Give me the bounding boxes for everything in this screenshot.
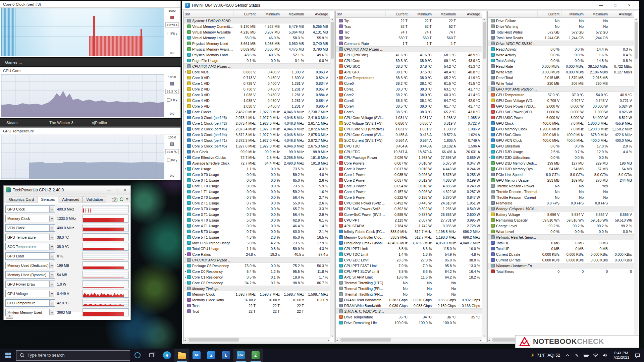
sensor-row[interactable]: CPU Core Current (SVI2 ...0.455 A0.416 A…	[336, 132, 482, 137]
expand-arrow-icon[interactable]: ▸	[184, 156, 187, 159]
dropdown-arrow-icon[interactable]: ▼	[49, 291, 54, 297]
sensor-row[interactable]: PCIe Link Speed8.0 GT/s8.0 GT/s8.0 GT/s8…	[488, 172, 634, 177]
battery-button[interactable]	[582, 349, 591, 362]
gpuz-window[interactable]: TechPowerUp GPU-Z 2.40.0 — □ × Graphics …	[3, 185, 131, 320]
sensor-row[interactable]: Current UP rate0.000 KB/s0.000 KB/s0.000…	[488, 257, 634, 263]
sensor-row[interactable]: Core538.5 °C38.3 °C65.2 °C43.0 °C	[336, 109, 482, 115]
taskbar-app-hwinfo[interactable]: HW	[233, 349, 248, 362]
expand-arrow-icon[interactable]: ▸	[184, 253, 187, 256]
column-header-maximum[interactable]: Maximum	[586, 11, 610, 17]
sensor-row[interactable]: GPU D3D Memory Dynamic54 MB54 MB57 MB54 …	[488, 166, 634, 172]
dropdown-arrow-icon[interactable]: ▼	[49, 244, 54, 250]
sensor-row[interactable]: GPU ASIC Power6.000 W3.000 W34.000 W8.51…	[488, 115, 634, 120]
sensor-row[interactable]: ▸GPU D3D Utilizations0.0 %0.0 %0.0 %	[488, 155, 634, 160]
close-button[interactable]: ×	[622, 3, 636, 8]
taskbar-app-photos[interactable]: ▲	[204, 349, 219, 362]
sensor-row[interactable]: ▾Core Clocks2,482.0 MHz1,927.0 MHz4,046.…	[184, 109, 330, 115]
maximize-button[interactable]: □	[114, 188, 120, 192]
sensor-row[interactable]: GPU Temperature37.0 °C37.0 °C54.0 °C40.9…	[488, 92, 634, 98]
task-view-button[interactable]	[145, 349, 160, 362]
windows-ink-button[interactable]: ✎	[572, 349, 582, 362]
sensor-row[interactable]: Page File Usage0.1 %0.0 %0.1 %0.0 %	[184, 58, 330, 63]
sensor-row[interactable]: Package C6 Residency73.0 %0.0 %75.2 %50.…	[184, 263, 330, 268]
refresh-icon[interactable]	[119, 197, 124, 201]
sensor-row[interactable]: Core 4 VID1.038 V0.450 V1.281 V0.884 V	[184, 98, 330, 103]
sensor-row[interactable]: APU GFX38.1 °C37.5 °C48.4 °C40.8 °C	[336, 69, 482, 75]
start-button[interactable]	[0, 349, 16, 362]
sensor-row[interactable]: Write Total230 MB206 MB230 MB	[488, 80, 634, 86]
sensor-row[interactable]: Core 1 T0 Usage0.0 %0.0 %73.5 %5.9 %	[184, 183, 330, 189]
sensor-row[interactable]: ▾Core Temperatures38.3 °C38.0 °C65.2 °C4…	[336, 75, 482, 80]
sensor-column-header[interactable]	[488, 11, 537, 17]
sensor-row[interactable]: Core 5 Clock (perf #5)1,927.0 MHz1,927.0…	[184, 143, 330, 149]
sensor-row[interactable]: GPU Core Voltage (VDDCR...0.709 V0.707 V…	[488, 98, 634, 103]
gpuz-sensor-select[interactable]: GPU Temperature▼	[5, 234, 55, 241]
sensor-row[interactable]: Remaining Capacity59.510 Wh59.510 Wh59.5…	[488, 217, 634, 223]
sensor-row[interactable]: Core138.3 °C38.3 °C63.1 °C41.7 °C	[336, 86, 482, 92]
sensor-row[interactable]: SoC Current (SVI2 TFN)0.564 A0.564 A1.60…	[336, 137, 482, 143]
sensor-section-row[interactable]: System: LENOVO 82ND	[184, 18, 330, 23]
gpuz-sensor-select[interactable]: GPU Voltage▼	[5, 290, 55, 297]
column-header-average[interactable]: Average	[306, 11, 330, 17]
sensor-row[interactable]: Core 3 Power0.054 W0.010 W4.885 W0.249 W	[336, 183, 482, 189]
close-button[interactable]: ×	[122, 188, 128, 192]
sensor-row[interactable]: CPU PPT Limit8.5 %8.3 %115.0 %16.0 %	[336, 246, 482, 251]
column-header-current[interactable]: Current	[537, 11, 561, 17]
sensor-row[interactable]: Core 2 VID0.738 V0.450 V1.281 V0.857 V	[184, 86, 330, 92]
sensor-row[interactable]: CPU PPT FAST Limit7.0 %7.0 %95.8 %13.3 %	[336, 263, 482, 268]
dropdown-arrow-icon[interactable]: ▼	[49, 309, 54, 315]
screenshot-camera-icon[interactable]	[112, 197, 117, 201]
sensor-section-row[interactable]: CPU [#0]: AMD Ryzen 5 ...	[184, 63, 330, 69]
sensor-row[interactable]: GPU Utilization0.0 %0.0 %17.0 %2.0 %	[488, 143, 634, 149]
sensor-row[interactable]: Core 0 Clock (perf #3)2,073.4 MHz1,927.0…	[184, 115, 330, 120]
taskbar-search-input[interactable]: Type here to search	[16, 350, 130, 361]
sensor-row[interactable]: DRAM Write Bandwidth0.039 Gbps0.033 Gbps…	[336, 303, 482, 308]
sensor-row[interactable]: GPU Memory Clock1,200.0 MHz7.0 MHz1,200.…	[488, 126, 634, 132]
fit-y-checkbox[interactable]	[167, 32, 170, 35]
sensor-row[interactable]: Max CPU/Thread Usage5.0 %4.2 %73.5 %17.9…	[184, 240, 330, 246]
sensor-row[interactable]: CPU Package Power2.026 W1.953 W27.698 W3…	[336, 155, 482, 160]
sensor-row[interactable]: Virtual Memory Available4,216 MB3,907 MB…	[184, 29, 330, 35]
sensor-row[interactable]: Battery Voltage8.656 V8.634 V8.662 V8.65…	[488, 212, 634, 217]
sensor-row[interactable]: Core 2 T0 Usage0.7 %0.0 %56.4 %2.7 %	[184, 194, 330, 200]
sensor-row[interactable]: Core 5 T0 Usage0.7 %0.0 %60.0 %2.1 %	[184, 229, 330, 234]
sensor-section-row[interactable]: GPU [#0]: AMD Radeon V...	[488, 86, 634, 92]
sensor-row[interactable]: Write Rate0.000 MB/s0.000 MB/s2.106 MB/s…	[488, 69, 634, 75]
sensor-row[interactable]: Core 0 VID0.713 V0.450 V1.300 V0.824 V	[184, 75, 330, 80]
sensor-row[interactable]: CPU Core VID (Effective)1.031 V1.031 V1.…	[336, 126, 482, 132]
sensor-row[interactable]: ▸Core C0 Residency5.4 %1.2 %95.5 %11.8 %	[184, 268, 330, 274]
expand-arrow-icon[interactable]: ▾	[184, 71, 187, 73]
sensor-row[interactable]: Memory Controller Clock ...538.9 MHz512.…	[336, 234, 482, 240]
sensor-row[interactable]: Core 3 Clock (perf #4)3,372.3 MHz1,927.0…	[184, 132, 330, 137]
dropdown-arrow-icon[interactable]: ▼	[49, 225, 54, 231]
sensor-row[interactable]: GPU SoC Clock400.0 MHz400.0 MHz678.0 MHz…	[488, 132, 634, 137]
taskbar-app-docs-l[interactable]: L	[219, 349, 233, 362]
sensor-row[interactable]: CPU PPT SLOW Limit8.8 %8.6 %64.2 %16.4 %	[336, 268, 482, 274]
graph-window-core0-clock[interactable]: Core 0 Clock (perf #3) 5000 2,073.4 Fit …	[0, 1, 181, 57]
column-header-maximum[interactable]: Maximum	[434, 11, 458, 17]
expand-arrow-icon[interactable]: ▾	[184, 111, 187, 113]
sensor-row[interactable]: Drive FailureNoNoNo	[488, 18, 634, 23]
tab-validation[interactable]: Validation	[83, 196, 106, 203]
sensor-row[interactable]: GPU Memory Usage253 MB169 MB270 MB244 MB	[488, 177, 634, 183]
column-header-average[interactable]: Average	[610, 11, 634, 17]
dropdown-arrow-icon[interactable]: ▼	[49, 272, 54, 278]
sensor-row[interactable]: Framerate0.0 FPS0.0 FPS0.0 FPS	[488, 200, 634, 206]
graph-window-cpu-core[interactable]: CPU Core 100.0 39.3 °C Fit y 0.0	[0, 67, 181, 118]
sensor-row[interactable]: Throttle Reason - CurrentNoNoNo	[488, 194, 634, 200]
dropdown-arrow-icon[interactable]: ▼	[49, 281, 54, 287]
sensor-row[interactable]: CPU TDC Limit1.4 %1.3 %54.9 %4.8 %	[336, 251, 482, 257]
show-desktop-button[interactable]	[642, 349, 644, 362]
sensor-row[interactable]: Core 1 T1 Usage0.0 %0.0 %59.2 %1.6 %	[184, 189, 330, 194]
sensor-row[interactable]: ▾Core Powers0.087 W0.010 W5.375 W0.347 W	[336, 160, 482, 166]
minimize-button[interactable]: —	[594, 3, 608, 8]
sensor-row[interactable]: GPU Core Power (VDDCR_...2.000 W0.000 W3…	[488, 103, 634, 109]
tab-advanced[interactable]: Advanced	[59, 196, 83, 203]
sensor-row[interactable]: Core 2 T1 Usage0.7 %0.0 %55.0 %2.6 %	[184, 200, 330, 206]
horizontal-scrollbar[interactable]: ◀▶	[336, 338, 482, 342]
graph-window-gpu-temperature[interactable]: GPU Temperature 100.0 37.0 °C Fit y 0.0	[0, 127, 181, 180]
gpuz-sensor-select[interactable]: Memory Used (Dedicated)▼	[5, 262, 55, 269]
dropdown-arrow-icon[interactable]: ▼	[49, 216, 54, 222]
sensor-row[interactable]: Core 4 Clock (perf #1)3,372.3 MHz1,927.0…	[184, 137, 330, 143]
sensor-row[interactable]: Core 3 T0 Usage0.0 %0.0 %65.7 %3.3 %	[184, 206, 330, 212]
